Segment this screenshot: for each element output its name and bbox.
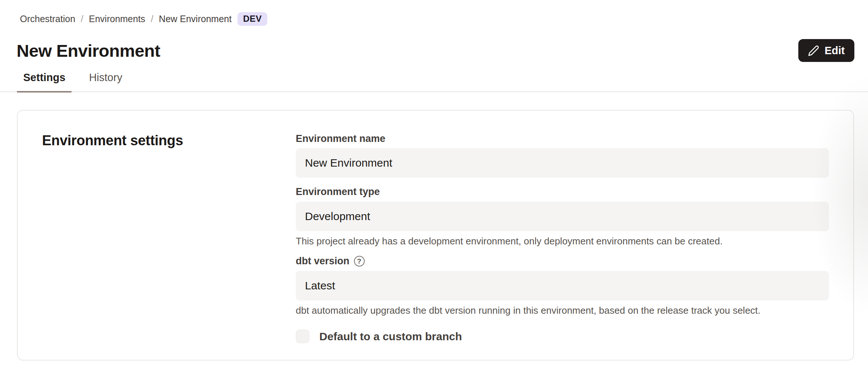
tab-settings-label: Settings	[23, 72, 65, 83]
environment-name-input[interactable]	[296, 148, 829, 178]
environment-type-label: Environment type	[296, 186, 380, 198]
pencil-icon	[808, 45, 819, 56]
environment-type-field: Environment type This project already ha…	[296, 186, 829, 247]
tab-bar: Settings History	[0, 72, 868, 92]
environment-dev-badge: DEV	[237, 12, 267, 26]
breadcrumb-link-orchestration[interactable]: Orchestration	[20, 14, 75, 24]
breadcrumb-separator: /	[81, 14, 83, 24]
page-header: New Environment Edit	[0, 26, 868, 62]
custom-branch-label: Default to a custom branch	[319, 330, 462, 343]
environment-type-helper-text: This project already has a development e…	[296, 235, 829, 247]
environment-name-field: Environment name	[296, 133, 829, 178]
breadcrumb: Orchestration / Environments / New Envir…	[0, 0, 868, 26]
dbt-version-helper-text: dbt automatically upgrades the dbt versi…	[296, 304, 829, 317]
dbt-version-label: dbt version	[296, 255, 350, 267]
card-heading: Environment settings	[42, 133, 296, 149]
tab-history[interactable]: History	[83, 72, 128, 93]
dbt-version-input[interactable]	[296, 271, 829, 300]
breadcrumb-current: New Environment	[159, 14, 232, 24]
dbt-version-field: dbt version ? dbt automatically upgrades…	[296, 255, 829, 316]
tab-settings[interactable]: Settings	[17, 72, 72, 93]
custom-branch-row: Default to a custom branch	[296, 330, 829, 343]
breadcrumb-separator: /	[151, 14, 153, 24]
edit-button[interactable]: Edit	[798, 39, 854, 62]
environment-settings-form: Environment name Environment type This p…	[296, 133, 829, 338]
tab-history-label: History	[89, 72, 122, 83]
card-heading-column: Environment settings	[42, 133, 296, 338]
page-title: New Environment	[17, 41, 160, 61]
help-icon[interactable]: ?	[354, 256, 365, 267]
custom-branch-checkbox[interactable]	[296, 330, 309, 343]
breadcrumb-link-environments[interactable]: Environments	[89, 14, 145, 24]
edit-button-label: Edit	[824, 45, 845, 57]
environment-name-label: Environment name	[296, 133, 385, 145]
environment-type-input[interactable]	[296, 202, 829, 231]
environment-settings-card: Environment settings Environment name En…	[17, 110, 854, 361]
